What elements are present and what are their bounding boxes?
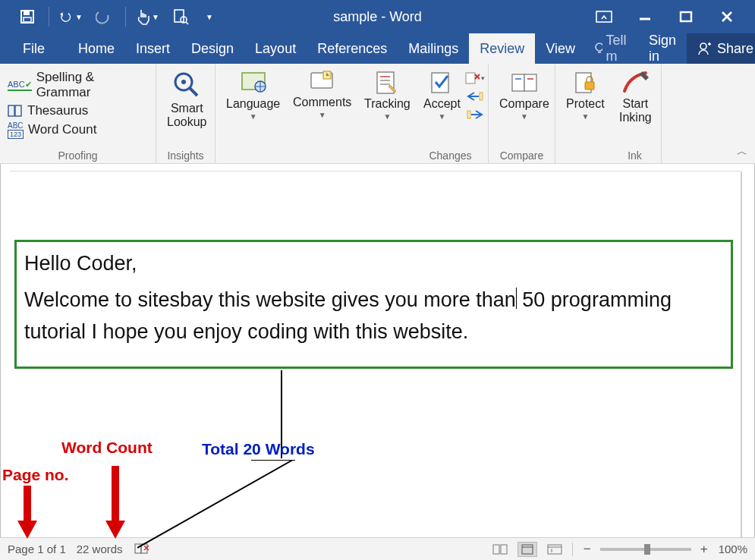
redo-button[interactable] — [92, 5, 116, 29]
chevron-down-icon: ▼ — [383, 112, 391, 121]
tab-layout[interactable]: Layout — [244, 33, 307, 64]
web-layout-icon — [547, 544, 562, 555]
page[interactable]: Hello Coder, Welcome to sitesbay this we… — [10, 171, 741, 537]
document-body: Welcome to sitesbay this website gives y… — [24, 285, 723, 348]
svg-line-45 — [137, 460, 293, 548]
zoom-level[interactable]: 100% — [719, 543, 747, 555]
print-layout-button[interactable] — [517, 542, 537, 557]
tab-file[interactable]: File — [0, 33, 68, 64]
protect-label: Protect — [566, 97, 605, 111]
svg-rect-2 — [24, 17, 31, 22]
group-language: Language ▼ — [215, 64, 282, 163]
zoom-slider[interactable]: − + — [580, 542, 711, 557]
tab-review[interactable]: Review — [469, 33, 535, 64]
qat-customize-button[interactable]: ▼ — [202, 5, 217, 29]
group-tracking: Tracking ▼ — [354, 64, 413, 163]
print-layout-icon — [521, 544, 534, 555]
comment-icon — [308, 70, 337, 94]
svg-line-5 — [186, 22, 188, 24]
thesaurus-icon — [8, 105, 23, 117]
svg-rect-53 — [493, 545, 499, 554]
chevron-down-icon: ▼ — [319, 111, 326, 119]
chevron-down-icon: ▼ — [250, 112, 257, 121]
tab-home[interactable]: Home — [68, 33, 125, 64]
tab-insert[interactable]: Insert — [125, 33, 181, 64]
word-count-icon: ABC123 — [8, 121, 24, 138]
svg-rect-3 — [175, 10, 184, 22]
text-selection-box: Hello Coder, Welcome to sitesbay this we… — [14, 240, 733, 369]
zoom-out-button[interactable]: − — [580, 542, 594, 557]
web-layout-button[interactable] — [545, 542, 565, 557]
chevron-down-icon: ▼ — [439, 112, 446, 121]
group-comments: Comments ▼ — [282, 64, 354, 163]
minimize-button[interactable] — [634, 5, 656, 28]
separator — [49, 7, 49, 27]
tracking-button[interactable]: Tracking ▼ — [358, 67, 417, 160]
comments-label: Comments — [293, 96, 351, 109]
read-mode-button[interactable] — [490, 542, 510, 557]
close-button[interactable] — [716, 5, 738, 28]
close-icon — [720, 10, 734, 24]
ribbon-display-button[interactable] — [593, 5, 615, 28]
svg-rect-8 — [681, 12, 691, 21]
chevron-down-icon: ▼ — [206, 13, 213, 21]
tab-mailings[interactable]: Mailings — [398, 33, 469, 64]
maximize-button[interactable] — [675, 5, 697, 28]
smart-lookup-label: Smart Lookup — [167, 102, 207, 130]
tracking-label: Tracking — [364, 97, 411, 111]
chevron-down-icon: ▼ — [152, 13, 159, 21]
signin-button[interactable]: Sign in — [638, 33, 687, 64]
ink-pen-icon — [620, 70, 650, 96]
zoom-thumb[interactable] — [644, 544, 650, 555]
chevron-down-icon: ▼ — [521, 112, 528, 121]
comments-button[interactable]: Comments ▼ — [287, 67, 357, 160]
protect-button[interactable]: Protect ▼ — [560, 67, 611, 160]
accept-button[interactable]: Accept ▼ — [417, 67, 462, 148]
undo-button[interactable]: ▼ — [58, 5, 83, 29]
group-proofing: ABC✔ Spelling & Grammar Thesaurus ABC123… — [0, 64, 156, 163]
group-insights: Smart Lookup Insights — [156, 64, 215, 163]
arrow-left-icon — [467, 91, 483, 102]
share-button[interactable]: Share — [687, 33, 755, 64]
zoom-in-button[interactable]: + — [697, 542, 711, 557]
group-protect: Protect ▼ — [555, 64, 609, 163]
tracking-icon — [373, 70, 401, 96]
tell-me-search[interactable]: Tell m — [586, 33, 638, 64]
save-button[interactable] — [15, 5, 39, 29]
svg-rect-47 — [24, 486, 31, 522]
start-inking-button[interactable]: Start Inking — [613, 67, 658, 148]
magnify-icon — [171, 70, 202, 100]
compare-button[interactable]: Compare ▼ — [493, 67, 555, 148]
touch-mode-button[interactable]: ▼ — [135, 5, 159, 29]
language-label: Language — [226, 97, 280, 111]
group-changes: Accept ▼ ▾ Changes — [413, 64, 489, 163]
print-preview-button[interactable] — [168, 5, 193, 29]
group-label-tracking — [358, 160, 408, 162]
tab-references[interactable]: References — [307, 33, 398, 64]
smart-lookup-button[interactable]: Smart Lookup — [161, 67, 213, 148]
reject-button[interactable]: ▾ — [464, 70, 486, 87]
word-count-button[interactable]: ABC123 Word Count — [8, 121, 148, 138]
word-count-label: Word Count — [28, 122, 96, 137]
tab-view[interactable]: View — [535, 33, 586, 64]
annotation-word-count: Word Count — [61, 439, 153, 457]
tab-design[interactable]: Design — [181, 33, 244, 64]
annotation-arrow-words — [104, 466, 127, 540]
start-inking-label: Start Inking — [619, 97, 652, 125]
previous-change-button[interactable] — [464, 88, 486, 105]
zoom-track[interactable] — [600, 548, 691, 551]
language-icon — [239, 70, 268, 96]
lightbulb-icon — [593, 42, 602, 55]
collapse-ribbon-button[interactable]: ︿ — [737, 145, 747, 159]
ribbon-options-icon — [596, 11, 612, 23]
thesaurus-button[interactable]: Thesaurus — [8, 103, 148, 118]
arrow-right-icon — [467, 109, 483, 120]
status-page-number[interactable]: Page 1 of 1 — [8, 543, 66, 555]
body-part-a: Welcome to sitesbay this website gives y… — [24, 288, 516, 311]
read-mode-icon — [492, 544, 508, 555]
spelling-grammar-button[interactable]: ABC✔ Spelling & Grammar — [8, 70, 148, 100]
status-word-count[interactable]: 22 words — [77, 543, 123, 555]
minimize-icon — [638, 10, 652, 24]
language-button[interactable]: Language ▼ — [220, 67, 286, 160]
next-change-button[interactable] — [464, 106, 486, 123]
